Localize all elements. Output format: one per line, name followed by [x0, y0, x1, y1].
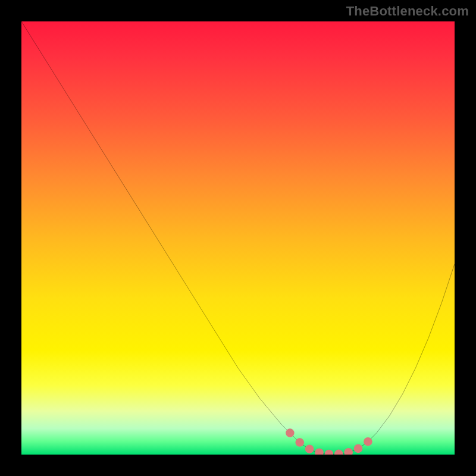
optimal-marker: [305, 444, 314, 453]
optimal-marker: [334, 450, 343, 455]
optimal-marker: [325, 450, 334, 455]
optimal-marker: [286, 428, 295, 437]
chart-frame: TheBottleneck.com: [0, 0, 476, 476]
optimal-marker: [295, 438, 304, 447]
attribution-text: TheBottleneck.com: [346, 4, 469, 19]
plot-area: [21, 21, 455, 455]
optimal-band-markers: [286, 428, 372, 455]
bottleneck-curve: [21, 21, 455, 455]
optimal-marker: [344, 448, 353, 455]
optimal-marker: [315, 448, 324, 455]
curve-path-group: [21, 21, 455, 454]
optimal-marker: [364, 437, 372, 446]
curve-path: [21, 21, 455, 454]
optimal-marker: [354, 444, 363, 453]
